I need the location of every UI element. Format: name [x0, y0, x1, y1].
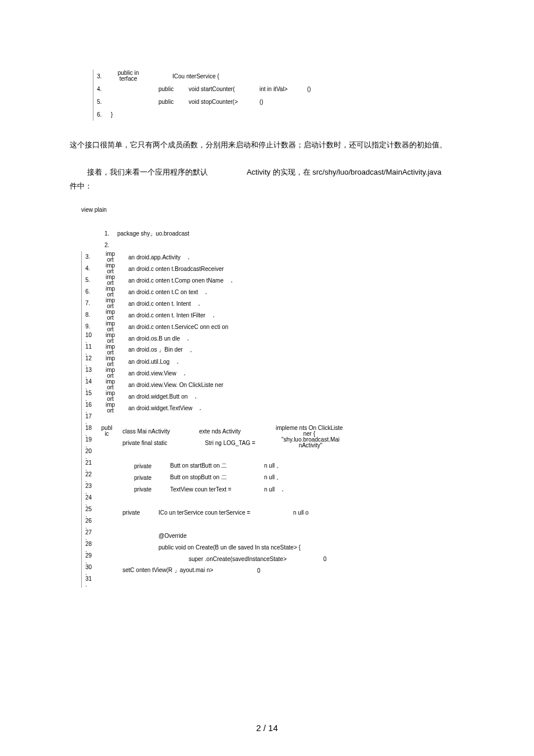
line-number: 6.: [85, 289, 95, 295]
code-cell: @Override: [155, 533, 190, 539]
code-row: 21.privateButt on startButt on 二n ull 。: [81, 460, 499, 472]
line-number: 2.: [104, 243, 114, 248]
code-row: 29.super .onCreate(savedInstanceState>0: [81, 553, 499, 565]
code-cell: private: [119, 509, 155, 516]
code-row: 31.: [81, 576, 499, 588]
line-number: 3.: [97, 73, 107, 79]
code-cell: }: [107, 111, 116, 118]
code-cell: import: [95, 402, 122, 414]
code-cell: 。: [209, 311, 222, 319]
code-cell: 。: [184, 253, 197, 261]
code-cell: an droid.c onten t.C on text: [122, 289, 201, 295]
code-cell: n ull 。: [261, 462, 286, 470]
code-cell: import: [95, 321, 122, 332]
code-row: 1.package shy」uo.broadcast: [81, 228, 499, 240]
code-cell: import: [95, 332, 122, 344]
code-cell: an droid.widget.Butt on: [122, 393, 191, 400]
code-cell: 。: [186, 346, 199, 354]
code-cell: void startCounter(: [185, 86, 256, 92]
code-row: 17.: [81, 414, 499, 425]
code-row: 12.importan droid.util.Log。: [81, 356, 499, 367]
line-number: 23.: [85, 483, 95, 495]
code-cell: setC onten tView(R 」ayout.mai n>: [119, 566, 254, 574]
code-row: 5.publicvoid stopCounter(>(): [93, 95, 499, 108]
code-cell: an droid.c onten t.BroadcastReceiver: [122, 266, 228, 272]
line-number: 24.: [85, 495, 95, 507]
code-cell: import: [95, 309, 122, 321]
code-cell: 。: [278, 485, 291, 493]
code-cell: public void on Create(B un dle saved In …: [155, 544, 304, 551]
line-number: 9.: [85, 324, 95, 330]
code-row: 5.importan droid.c onten t.Comp onen tNa…: [81, 274, 499, 286]
code-row: 15.importan droid.widget.Butt on。: [81, 390, 499, 402]
code-row: 18.publicclass Mai nActivityexte nds Act…: [81, 425, 499, 437]
code-cell: ICo un terService coun terService =: [155, 509, 290, 516]
code-cell: n ull: [261, 486, 278, 493]
line-number: 19.: [85, 437, 95, 448]
code-cell: an droid.widget.TextView: [122, 405, 196, 411]
code-cell: private: [131, 463, 167, 469]
code-cell: Butt on stopButt on 二: [167, 473, 261, 482]
code-row: 19.private final staticStri ng LOG_TAG =…: [81, 437, 499, 448]
line-number: 5.: [85, 277, 95, 283]
line-number: 22.: [85, 472, 95, 483]
code-row: 23.privateTextView coun terText =n ull。: [81, 483, 499, 495]
code-cell: private final static: [119, 440, 201, 446]
line-number: 18.: [85, 425, 95, 437]
code-cell: an droid.c onten t.ServiceC onn ecti on: [122, 324, 232, 330]
code-cell: an droid.c onten t. Intent: [122, 301, 194, 307]
code-row: 10.importan droid.os.B un dle。: [81, 332, 499, 344]
code-row: 16.importan droid.widget.TextView。: [81, 402, 499, 414]
code-row: 7.importan droid.c onten t. Intent。: [81, 298, 499, 309]
code-block-interface: 3.public interfaceICou nterService {4.pu…: [93, 70, 499, 121]
code-row: 6.}: [93, 108, 499, 121]
line-number: 1.: [104, 231, 114, 237]
code-row: 4.importan droid.c onten t.BroadcastRece…: [81, 263, 499, 274]
paragraph-2: 接着，我们来看一个应用程序的默认 Activity 的实现，在 src/shy/…: [70, 165, 464, 193]
line-number: 13.: [85, 367, 95, 379]
para2-mid: Activity 的实现，在 src/shy/luo/broadcast/Mai…: [247, 168, 442, 176]
para2-post: 件中：: [70, 182, 92, 190]
code-cell: import: [95, 274, 122, 286]
line-number: 25.: [85, 507, 95, 518]
code-row: 2.: [81, 240, 499, 251]
code-cell: import: [95, 390, 122, 402]
line-number: 4.: [97, 86, 107, 92]
line-number: 4.: [85, 266, 95, 272]
code-cell: super .onCreate(savedInstanceState>: [185, 556, 320, 562]
code-cell: 。: [201, 288, 214, 296]
code-row: 28.public void on Create(B un dle saved …: [81, 541, 499, 553]
line-number: 12.: [85, 356, 95, 367]
code-cell: impleme nts On ClickListener {: [272, 425, 347, 437]
code-cell: import: [95, 367, 122, 379]
code-row: 20.: [81, 448, 499, 460]
code-cell: an droid.app.Activity: [122, 254, 184, 261]
line-number: 27.: [85, 530, 95, 541]
code-row: 3.public interfaceICou nterService {: [93, 70, 499, 82]
line-number: 7.: [85, 301, 95, 306]
line-number: 20.: [85, 448, 95, 460]
code-cell: import: [95, 356, 122, 367]
code-row: 22.privateButt on stopButt on 二n ull 。: [81, 472, 499, 483]
line-number: 28.: [85, 541, 95, 553]
code-cell: an droid.view.View: [122, 370, 180, 377]
code-row: 27.@Override: [81, 530, 499, 541]
code-cell: an droid.c onten t.Comp onen tName: [122, 277, 227, 284]
code-row: 11.importan droid.os 」Bin der。: [81, 344, 499, 356]
code-cell: import: [95, 344, 122, 356]
line-number: 8.: [85, 312, 95, 318]
line-number: 21.: [85, 460, 95, 472]
code-cell: 。: [180, 369, 193, 377]
para2-pre: 接着，我们来看一个应用程序的默认: [87, 168, 208, 176]
code-cell: (): [256, 99, 267, 105]
code-cell: public: [155, 99, 185, 105]
code-cell: 0: [254, 567, 264, 574]
code-cell: 。: [227, 276, 240, 284]
line-number: 16.: [85, 402, 95, 414]
view-plain-link[interactable]: view plain: [81, 207, 499, 213]
line-number: 11.: [85, 344, 95, 356]
code-cell: an droid.os 」Bin der: [122, 346, 186, 354]
line-number: 6.: [97, 111, 107, 118]
code-cell: TextView coun terText =: [167, 486, 261, 493]
code-cell: import: [95, 298, 122, 309]
